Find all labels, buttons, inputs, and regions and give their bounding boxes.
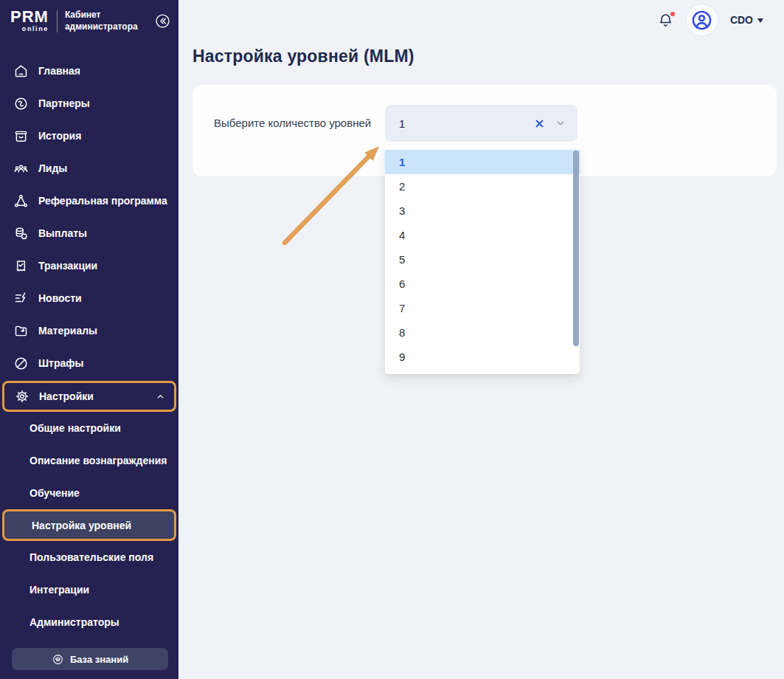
dropdown-option[interactable]: 2	[385, 174, 580, 199]
sidebar-item[interactable]: Материалы	[0, 314, 178, 347]
dropdown-scrollbar-thumb[interactable]	[573, 151, 579, 346]
dropdown-option[interactable]: 5	[385, 247, 580, 272]
referral-icon	[13, 193, 29, 209]
sidebar-item-settings[interactable]: Настройки	[2, 381, 176, 412]
penalties-icon	[13, 356, 29, 371]
submenu-item-label: Обучение	[30, 487, 80, 499]
header-actions: CDO	[657, 3, 763, 37]
dropdown-options: 1 2 3 4 5 6 7 8 9	[385, 150, 580, 369]
submenu-item[interactable]: Общие настройки	[0, 412, 178, 444]
main-content: CDO Настройка уровней (MLM) Выберите кол…	[178, 0, 784, 679]
sidebar-item[interactable]: История	[0, 120, 178, 152]
sidebar-item-label: История	[38, 130, 81, 142]
clear-icon[interactable]	[533, 117, 546, 130]
settings-submenu: Общие настройки Описание вознаграждения …	[0, 412, 178, 638]
dropdown-option[interactable]: 8	[385, 320, 580, 345]
levels-count-select[interactable]: 1	[385, 105, 577, 142]
dropdown-option[interactable]: 1	[385, 150, 580, 174]
knowledge-base-button[interactable]: База знаний	[12, 648, 168, 670]
sidebar-item-label: Выплаты	[38, 227, 87, 239]
submenu-item-label: Общие настройки	[30, 422, 121, 434]
payouts-icon	[13, 226, 29, 241]
prm-logo: PRM online	[10, 10, 49, 32]
submenu-item[interactable]: Описание вознаграждения	[0, 444, 178, 477]
settings-icon	[15, 389, 30, 404]
account-label: CDO	[730, 14, 753, 26]
sidebar-item-label: Главная	[38, 65, 80, 77]
dropdown-option[interactable]: 4	[385, 223, 580, 247]
sidebar-item-label: Материалы	[38, 325, 97, 337]
partners-icon	[13, 96, 29, 111]
sidebar-item[interactable]: Транзакции	[0, 249, 178, 282]
chevron-up-icon	[155, 391, 166, 402]
avatar-icon	[690, 9, 713, 32]
levels-dropdown: 1 2 3 4 5 6 7 8 9	[385, 145, 580, 374]
transactions-icon	[13, 258, 29, 274]
logo-text: PRM	[10, 10, 49, 24]
dropdown-option[interactable]: 3	[385, 199, 580, 223]
avatar[interactable]	[686, 4, 718, 36]
materials-icon	[13, 323, 29, 339]
sidebar-item[interactable]: Лиды	[0, 152, 178, 185]
sidebar-item-label: Реферальная программа	[38, 195, 167, 207]
home-icon	[13, 63, 29, 79]
sidebar-item[interactable]: Главная	[0, 55, 178, 87]
submenu-item[interactable]: Администраторы	[0, 606, 178, 638]
sidebar-item-label: Новости	[38, 292, 82, 304]
sidebar-item[interactable]: Выплаты	[0, 217, 178, 249]
sidebar-item[interactable]: Реферальная программа	[0, 185, 178, 217]
submenu-item-label: Пользовательские поля	[30, 551, 153, 563]
news-icon	[13, 291, 29, 306]
submenu-item-label: Администраторы	[30, 616, 119, 628]
notifications-button[interactable]	[657, 12, 674, 29]
submenu-item[interactable]: Настройка уровней	[2, 509, 176, 541]
notification-dot	[670, 12, 675, 16]
submenu-item-label: Описание вознаграждения	[30, 455, 167, 466]
submenu-item-label: Настройка уровней	[32, 520, 131, 531]
submenu-item[interactable]: Интеграции	[0, 573, 178, 606]
admin-panel-page: PRM online Кабинет администратора Главна…	[0, 0, 784, 679]
sidebar-item[interactable]: Новости	[0, 282, 178, 314]
sidebar-header: PRM online Кабинет администратора	[0, 0, 178, 41]
chevron-down-icon[interactable]	[555, 117, 566, 129]
submenu-item[interactable]: Пользовательские поля	[0, 541, 178, 573]
logo-subtext: online	[10, 25, 49, 32]
sidebar-item-label: Транзакции	[38, 260, 97, 272]
leads-icon	[13, 161, 29, 176]
caret-down-icon	[757, 18, 763, 23]
sidebar-nav: Главная Партнеры История Лиды	[0, 55, 178, 379]
sidebar-item-label: Лиды	[38, 162, 67, 174]
levels-count-label: Выберите количество уровней	[214, 105, 371, 142]
dropdown-option[interactable]: 9	[385, 345, 580, 369]
sidebar-collapse-button[interactable]	[154, 13, 171, 30]
submenu-item-label: Интеграции	[30, 584, 89, 596]
sidebar: PRM online Кабинет администратора Главна…	[0, 0, 178, 679]
dropdown-option[interactable]: 7	[385, 296, 580, 320]
workspace-title: Кабинет администратора	[65, 10, 142, 32]
page-title: Настройка уровней (MLM)	[192, 46, 414, 66]
logo-divider	[57, 10, 58, 32]
submenu-item[interactable]: Обучение	[0, 477, 178, 509]
sidebar-item[interactable]: Штрафы	[0, 347, 178, 379]
dropdown-option[interactable]: 6	[385, 272, 580, 296]
sidebar-item-label: Штрафы	[38, 357, 83, 369]
knowledge-base-label: База знаний	[70, 654, 128, 665]
account-menu[interactable]: CDO	[730, 14, 763, 26]
sidebar-item-label: Партнеры	[38, 97, 90, 109]
collapse-icon	[154, 13, 171, 30]
history-icon	[13, 128, 29, 144]
select-value: 1	[399, 117, 533, 130]
sidebar-item-label: Настройки	[39, 390, 94, 402]
knowledge-icon	[52, 653, 64, 666]
sidebar-item[interactable]: Партнеры	[0, 87, 178, 120]
